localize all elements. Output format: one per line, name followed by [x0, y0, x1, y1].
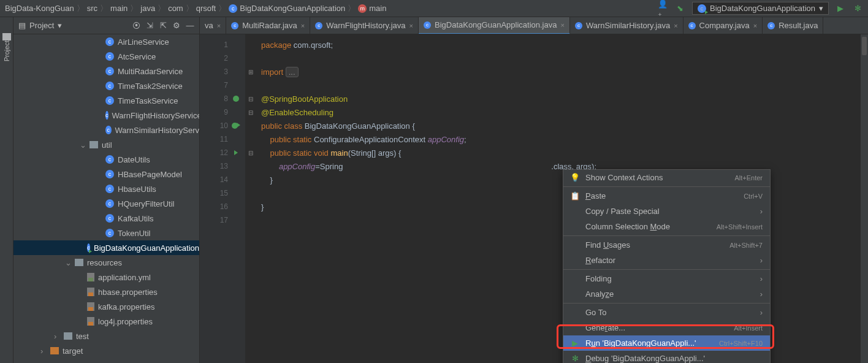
fold-icon[interactable]: ⊞ [245, 65, 256, 78]
tree-item-util[interactable]: ⌄util [13, 137, 199, 152]
gutter-run-icon[interactable] [232, 123, 240, 129]
chevron-down-icon[interactable]: ⌄ [65, 258, 71, 267]
chevron-down-icon[interactable]: ⌄ [80, 140, 86, 150]
context-menu-item[interactable]: ▶Run 'BigDataKongGuanAppli...'Ctrl+Shift… [563, 335, 770, 351]
editor-tabs: va× cMultiRadar.java× cWarnFlightHistory… [200, 17, 868, 34]
tree-item-app-class[interactable]: cBigDataKongGuanApplication [13, 240, 199, 255]
close-icon[interactable]: × [409, 22, 413, 29]
breadcrumb-qrsoft[interactable]: qrsoft [196, 4, 216, 13]
close-icon[interactable]: × [753, 22, 757, 29]
tab-multiradar[interactable]: cMultiRadar.java× [226, 17, 310, 34]
fold-icon[interactable]: ⊟ [245, 92, 256, 105]
close-icon[interactable]: × [217, 22, 221, 29]
tab-warnflighthistory[interactable]: cWarnFlightHistory.java× [310, 17, 419, 34]
gutter[interactable]: 1 2 3 7 8 9 10 11 12 13 14 15 16 17 [200, 34, 245, 363]
chevron-right-icon: 〉 [218, 3, 226, 14]
editor-scrollbar[interactable] [861, 34, 868, 363]
chevron-right-icon[interactable]: › [40, 346, 47, 356]
breadcrumb-root[interactable]: BigData-KongGuan [5, 4, 74, 13]
project-view-icon: ▤ [18, 21, 26, 30]
tab-partial[interactable]: va× [200, 17, 226, 34]
tree-item[interactable]: cTokenUtil [13, 226, 199, 240]
gear-icon[interactable]: ⚙ [172, 21, 181, 30]
expand-all-icon[interactable]: ⇲ [145, 21, 154, 30]
breadcrumb-class[interactable]: cBigDataKongGuanApplication [229, 4, 345, 13]
tree-item[interactable]: cHQueryFilterUtil [13, 196, 199, 211]
tab-company[interactable]: cCompany.java× [683, 17, 763, 34]
breadcrumb-com[interactable]: com [168, 4, 183, 13]
tab-warnsimilarhistory[interactable]: cWarnSimilarHistory.java× [570, 17, 683, 34]
close-icon[interactable]: × [674, 22, 677, 29]
breadcrumb-java[interactable]: java [140, 4, 155, 13]
context-menu-item[interactable]: Go To› [563, 305, 770, 320]
class-icon: c [105, 199, 114, 208]
class-icon: c [105, 126, 112, 134]
context-menu-item[interactable]: 📋PasteCtrl+V [563, 188, 770, 204]
project-tree[interactable]: cAirLineService cAtcService cMultiRadarS… [13, 34, 199, 363]
context-menu-item[interactable]: ✻Debug 'BigDataKongGuanAppli...' [563, 351, 770, 363]
tab-bigdataapp[interactable]: cBigDataKongGuanApplication.java× [419, 17, 570, 34]
fold-icon[interactable]: ⊟ [245, 105, 256, 119]
paste-icon: 📋 [571, 191, 579, 201]
close-icon[interactable]: × [560, 21, 564, 29]
chevron-down-icon: ▾ [819, 4, 823, 13]
gutter-run-icon[interactable] [232, 96, 240, 102]
gutter-run-icon[interactable] [232, 150, 240, 155]
menu-item-label: Show Context Actions [585, 173, 728, 182]
build-icon[interactable]: ⬊ [675, 3, 686, 14]
class-icon: c [688, 22, 696, 29]
debug-button[interactable]: ✻ [852, 3, 863, 14]
context-menu-item[interactable]: Column Selection ModeAlt+Shift+Insert [563, 219, 770, 234]
tree-item[interactable]: cDateUtils [13, 152, 199, 167]
tree-item[interactable]: application.yml [13, 270, 199, 285]
submenu-arrow-icon: › [760, 274, 763, 283]
chevron-right-icon: 〉 [77, 3, 85, 14]
context-menu-item[interactable]: 💡Show Context ActionsAlt+Enter [563, 170, 770, 185]
tree-item-target[interactable]: ›target [13, 343, 199, 358]
tree-item[interactable]: kafka.properties [13, 299, 199, 314]
chevron-down-icon[interactable]: ▾ [58, 21, 62, 30]
context-menu-item[interactable]: Refactor› [563, 253, 770, 268]
tree-item[interactable]: log4j.properties [13, 314, 199, 329]
context-menu-item[interactable]: Generate...Alt+Insert [563, 320, 770, 335]
yaml-file-icon [87, 273, 94, 281]
tree-item[interactable]: cHbaseUtils [13, 182, 199, 196]
breadcrumb-method[interactable]: mmain [358, 4, 386, 13]
tree-item[interactable]: cTimeTask2Service [13, 78, 199, 93]
tree-item[interactable]: cWarnFlightHistoryService [13, 108, 199, 123]
tree-item-resources[interactable]: ⌄resources [13, 255, 199, 270]
tree-item[interactable]: hbase.properties [13, 285, 199, 299]
hide-icon[interactable]: — [186, 21, 194, 30]
tab-result[interactable]: cResult.java [763, 17, 823, 34]
tree-item[interactable]: cKafkaUtils [13, 211, 199, 226]
breadcrumb-main[interactable]: main [110, 4, 128, 13]
run-config-dropdown[interactable]: c BigDataKongGuanApplication ▾ [692, 2, 829, 15]
tree-item[interactable]: cAirLineService [13, 34, 199, 49]
tree-item[interactable]: cHBasePageModel [13, 167, 199, 182]
run-button[interactable]: ▶ [835, 3, 846, 14]
class-icon: c [767, 22, 775, 29]
context-menu-item[interactable]: Copy / Paste Special› [563, 204, 770, 219]
menu-separator [563, 186, 770, 187]
tree-item[interactable]: cAtcService [13, 49, 199, 64]
close-icon[interactable]: × [301, 22, 305, 29]
tree-item[interactable]: cMultiRadarService [13, 64, 199, 78]
chevron-right-icon[interactable]: › [54, 332, 60, 341]
context-menu-item[interactable]: Find UsagesAlt+Shift+7 [563, 237, 770, 253]
tree-item-test[interactable]: ›test [13, 329, 199, 343]
class-icon: c [105, 214, 114, 223]
context-menu-item[interactable]: Folding› [563, 271, 770, 286]
project-toolwindow-tab[interactable]: Project [3, 40, 10, 61]
fold-icon[interactable]: ⊟ [245, 146, 256, 159]
collapse-all-icon[interactable]: ⇱ [159, 21, 167, 30]
tree-item[interactable]: cTimeTaskService [13, 93, 199, 108]
context-menu-item[interactable]: Analyze› [563, 286, 770, 302]
breadcrumb-src[interactable]: src [87, 4, 97, 13]
folder-icon [64, 332, 72, 340]
select-opened-file-icon[interactable]: ⦿ [132, 21, 140, 30]
add-user-icon[interactable]: 👤₊ [658, 3, 669, 14]
project-view-label[interactable]: Project [29, 21, 54, 30]
shortcut-label: Ctrl+Shift+F10 [719, 340, 763, 347]
code-editor[interactable]: ⊞ ⊟ ⊟ ⊟ package com.qrsoft; import ... @… [245, 34, 868, 363]
tree-item[interactable]: cWarnSimilarHistoryServ [13, 123, 199, 137]
